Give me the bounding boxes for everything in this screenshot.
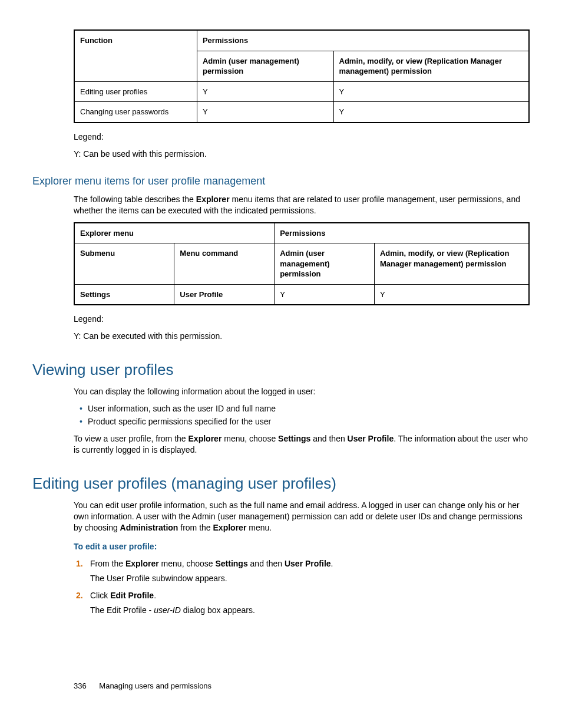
edit-steps: From the Explorer menu, choose Settings … [74,558,530,616]
section2-content: You can display the following informatio… [74,386,530,455]
t1-r0-c2: Y [333,81,529,102]
subhead-to-edit: To edit a user profile: [74,541,530,552]
t2-h-admin-mv: Admin, modify, or view (Replication Mana… [374,243,529,285]
t2-h-admin-um: Admin (user management) permission [275,243,375,285]
t1-h-function: Function [74,30,197,81]
explorer-menu-table: Explorer menu Permissions Submenu Menu c… [74,222,530,306]
t2-h-explorer: Explorer menu [74,223,275,243]
section2-bullets: User information, such as the user ID an… [74,403,530,427]
t1-h-admin-um: Admin (user management) permission [197,51,333,81]
list-item: User information, such as the user ID an… [88,403,530,414]
section2-intro: You can display the following informatio… [74,386,530,397]
section3-p1: You can edit user profile information, s… [74,500,530,533]
t1-r1-c1: Y [197,102,333,123]
page-footer: 336 Managing users and permissions [74,681,530,691]
step-2: Click Edit Profile. The Edit Profile - u… [90,590,530,616]
t1-r1-fn: Changing user passwords [74,102,197,123]
heading-explorer-menu-items: Explorer menu items for user profile man… [32,174,530,188]
t1-r0-c1: Y [197,81,333,102]
t1-r1-c2: Y [333,102,529,123]
footer-title: Managing users and permissions [99,681,211,690]
legend1-line: Y: Can be used with this permission. [74,149,530,160]
step-2-sub: The Edit Profile - user-ID dialog box ap… [90,605,530,616]
section2-p2: To view a user profile, from the Explore… [74,433,530,456]
legend2-label: Legend: [74,314,530,325]
section1-intro: The following table describes the Explor… [74,194,530,216]
section1-content: The following table describes the Explor… [74,194,530,342]
table-row: Settings User Profile Y Y [74,284,529,305]
permissions-table-1: Function Permissions Admin (user managem… [74,29,530,123]
t1-h-permissions: Permissions [197,30,529,51]
t2-r0-c1: Y [275,284,375,305]
step-1: From the Explorer menu, choose Settings … [90,558,530,584]
legend1-label: Legend: [74,131,530,143]
table-row: Changing user passwords Y Y [74,102,529,123]
t1-r0-fn: Editing user profiles [74,81,197,102]
t2-r0-submenu: Settings [74,284,174,305]
list-item: Product specific permissions specified f… [88,416,530,427]
page-number: 336 [74,681,87,691]
t2-r0-c2: Y [374,284,529,305]
heading-editing-user-profiles: Editing user profiles (managing user pro… [32,473,530,494]
t2-r0-cmd: User Profile [174,284,275,305]
t2-h-permissions: Permissions [275,223,529,243]
t2-h-submenu: Submenu [74,243,174,285]
permissions-table-1-wrap: Function Permissions Admin (user managem… [74,29,530,160]
t1-h-admin-mv: Admin, modify, or view (Replication Mana… [333,51,529,81]
step-1-sub: The User Profile subwindow appears. [90,573,530,584]
section3-content: You can edit user profile information, s… [74,500,530,616]
t2-h-menucmd: Menu command [174,243,275,285]
table-row: Editing user profiles Y Y [74,81,529,102]
legend2-line: Y: Can be executed with this permission. [74,331,530,342]
heading-viewing-user-profiles: Viewing user profiles [32,360,530,380]
